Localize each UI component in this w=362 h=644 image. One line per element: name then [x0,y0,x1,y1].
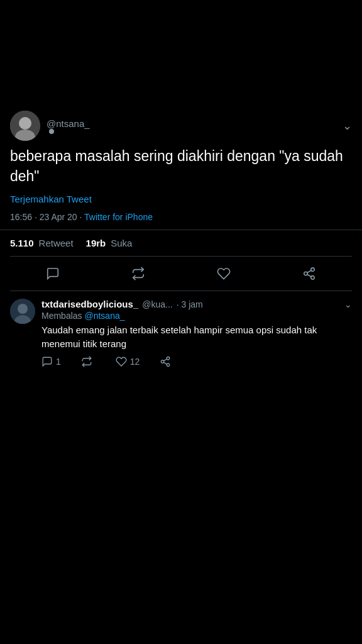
avatar-image [10,111,40,141]
reply-share-action[interactable] [160,356,171,367]
tweet-separator: · [80,212,85,222]
svg-line-6 [307,275,311,277]
reply-like-action[interactable]: 12 [116,356,140,367]
svg-point-11 [167,357,170,360]
tweet-author: @ntsana_ [10,111,90,141]
reply-mention-line: Membalas @ntsana_ [41,311,352,321]
svg-point-3 [311,268,315,272]
reply-share-icon [160,356,171,367]
reply-actions: 1 12 [41,356,352,367]
retweet-button[interactable] [124,263,153,284]
reply-chevron-icon[interactable]: ⌄ [344,299,352,309]
reply-heart-icon [116,356,127,367]
comment-icon [46,267,60,280]
reply-mention[interactable]: @ntsana_ [84,311,124,321]
svg-line-15 [164,359,167,361]
reply-retweet-action[interactable] [81,356,96,367]
comment-button[interactable] [38,263,67,284]
reply-container: txtdarisedboylicious_ @kua... · 3 jam ⌄ … [0,291,362,375]
tweet-meta: 16:56 · 23 Apr 20 · Twitter for iPhone [10,212,352,222]
tweet-timestamp: 16:56 · 23 Apr 20 [10,212,77,222]
share-icon [302,267,316,280]
tweet-text: beberapa masalah sering diakhiri dengan … [10,146,352,186]
translate-link[interactable]: Terjemahkan Tweet [10,194,352,204]
svg-point-12 [162,360,165,364]
svg-point-5 [311,276,315,280]
engagement-bar: 5.110 Retweet 19rb Suka [10,230,352,257]
reply-retweet-icon [81,356,92,367]
like-label: Suka [111,238,132,248]
chevron-down-icon[interactable]: ⌄ [343,119,352,133]
heart-icon [217,267,231,280]
share-button[interactable] [295,263,324,284]
tweet-main: @ntsana_ ⌄ beberapa masalah sering diakh… [0,101,362,291]
reply-avatar[interactable] [10,299,35,324]
reply-like-count: 12 [130,357,140,367]
like-count[interactable]: 19rb [86,238,106,248]
svg-line-7 [307,270,311,273]
verified-dot-icon [49,129,54,134]
author-handle[interactable]: @ntsana_ [47,118,90,129]
retweet-icon [131,267,145,280]
tweet-source[interactable]: Twitter for iPhone [84,212,153,222]
reply-time: · 3 jam [177,299,203,309]
reply-header: txtdarisedboylicious_ @kua... · 3 jam ⌄ [41,299,352,309]
reply-username[interactable]: txtdarisedboylicious_ [41,299,138,309]
author-avatar[interactable] [10,111,40,141]
reply-text: Yaudah emang jalan terbaik setelah hampi… [41,323,352,351]
reply-content: txtdarisedboylicious_ @kua... · 3 jam ⌄ … [41,299,352,367]
svg-point-9 [18,304,28,314]
reply-comment-icon [41,356,53,367]
retweet-label: Retweet [39,238,74,248]
reply-comment-count: 1 [56,357,61,367]
svg-point-4 [304,272,308,276]
reply-comment-action[interactable]: 1 [41,356,61,367]
tweet-header: @ntsana_ ⌄ [10,111,352,141]
svg-line-14 [164,362,167,364]
svg-point-1 [19,117,31,130]
author-info: @ntsana_ [47,118,90,134]
svg-point-13 [167,364,170,367]
like-button[interactable] [209,263,238,284]
action-bar [10,257,352,291]
reply-mention-prefix: Membalas [41,311,82,321]
reply-handle: @kua... [142,299,172,309]
retweet-count[interactable]: 5.110 [10,238,34,248]
